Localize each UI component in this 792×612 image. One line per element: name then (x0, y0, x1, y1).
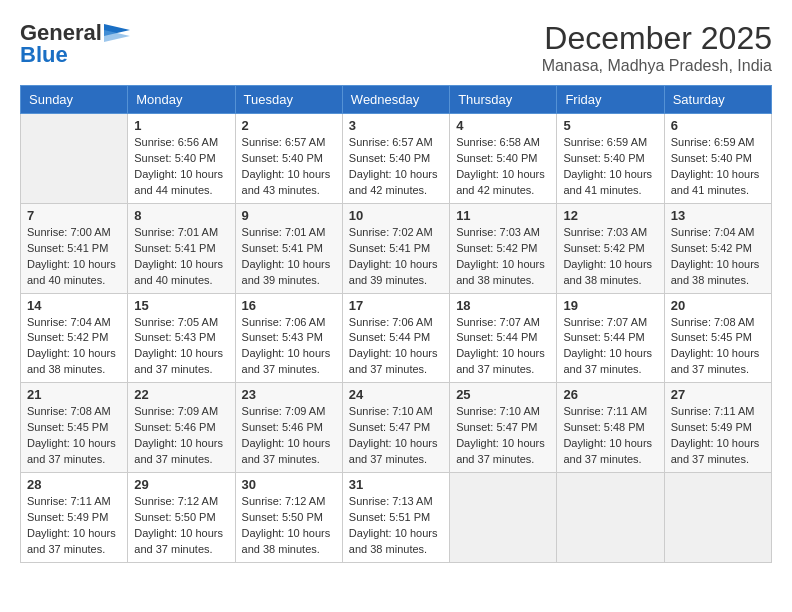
day-number: 16 (242, 298, 336, 313)
day-number: 7 (27, 208, 121, 223)
day-info: Sunrise: 7:03 AM Sunset: 5:42 PM Dayligh… (563, 225, 657, 289)
day-number: 17 (349, 298, 443, 313)
logo-blue: Blue (20, 42, 68, 68)
day-number: 18 (456, 298, 550, 313)
day-number: 29 (134, 477, 228, 492)
day-info: Sunrise: 7:01 AM Sunset: 5:41 PM Dayligh… (242, 225, 336, 289)
day-info: Sunrise: 7:01 AM Sunset: 5:41 PM Dayligh… (134, 225, 228, 289)
day-info: Sunrise: 7:08 AM Sunset: 5:45 PM Dayligh… (671, 315, 765, 379)
day-info: Sunrise: 7:11 AM Sunset: 5:48 PM Dayligh… (563, 404, 657, 468)
day-number: 1 (134, 118, 228, 133)
day-number: 20 (671, 298, 765, 313)
day-info: Sunrise: 7:07 AM Sunset: 5:44 PM Dayligh… (563, 315, 657, 379)
day-info: Sunrise: 7:06 AM Sunset: 5:44 PM Dayligh… (349, 315, 443, 379)
weekday-header-saturday: Saturday (664, 86, 771, 114)
day-number: 9 (242, 208, 336, 223)
day-info: Sunrise: 7:04 AM Sunset: 5:42 PM Dayligh… (671, 225, 765, 289)
day-number: 12 (563, 208, 657, 223)
weekday-header-friday: Friday (557, 86, 664, 114)
page-header: General Blue December 2025 Manasa, Madhy… (20, 20, 772, 75)
day-info: Sunrise: 7:07 AM Sunset: 5:44 PM Dayligh… (456, 315, 550, 379)
calendar-cell: 3Sunrise: 6:57 AM Sunset: 5:40 PM Daylig… (342, 114, 449, 204)
day-number: 30 (242, 477, 336, 492)
calendar-cell: 26Sunrise: 7:11 AM Sunset: 5:48 PM Dayli… (557, 383, 664, 473)
day-number: 23 (242, 387, 336, 402)
calendar-cell (450, 473, 557, 563)
day-number: 31 (349, 477, 443, 492)
calendar-cell: 24Sunrise: 7:10 AM Sunset: 5:47 PM Dayli… (342, 383, 449, 473)
day-info: Sunrise: 7:12 AM Sunset: 5:50 PM Dayligh… (242, 494, 336, 558)
calendar-table: SundayMondayTuesdayWednesdayThursdayFrid… (20, 85, 772, 563)
calendar-cell (664, 473, 771, 563)
location: Manasa, Madhya Pradesh, India (542, 57, 772, 75)
weekday-header-wednesday: Wednesday (342, 86, 449, 114)
day-info: Sunrise: 7:10 AM Sunset: 5:47 PM Dayligh… (349, 404, 443, 468)
day-number: 19 (563, 298, 657, 313)
day-info: Sunrise: 7:03 AM Sunset: 5:42 PM Dayligh… (456, 225, 550, 289)
day-number: 25 (456, 387, 550, 402)
calendar-cell: 7Sunrise: 7:00 AM Sunset: 5:41 PM Daylig… (21, 203, 128, 293)
day-info: Sunrise: 7:09 AM Sunset: 5:46 PM Dayligh… (242, 404, 336, 468)
calendar-cell: 20Sunrise: 7:08 AM Sunset: 5:45 PM Dayli… (664, 293, 771, 383)
day-number: 14 (27, 298, 121, 313)
calendar-cell: 22Sunrise: 7:09 AM Sunset: 5:46 PM Dayli… (128, 383, 235, 473)
weekday-header-row: SundayMondayTuesdayWednesdayThursdayFrid… (21, 86, 772, 114)
day-info: Sunrise: 7:09 AM Sunset: 5:46 PM Dayligh… (134, 404, 228, 468)
calendar-cell: 6Sunrise: 6:59 AM Sunset: 5:40 PM Daylig… (664, 114, 771, 204)
day-number: 3 (349, 118, 443, 133)
calendar-cell (21, 114, 128, 204)
day-number: 22 (134, 387, 228, 402)
calendar-cell: 14Sunrise: 7:04 AM Sunset: 5:42 PM Dayli… (21, 293, 128, 383)
calendar-cell: 17Sunrise: 7:06 AM Sunset: 5:44 PM Dayli… (342, 293, 449, 383)
calendar-cell: 2Sunrise: 6:57 AM Sunset: 5:40 PM Daylig… (235, 114, 342, 204)
calendar-cell: 31Sunrise: 7:13 AM Sunset: 5:51 PM Dayli… (342, 473, 449, 563)
day-info: Sunrise: 7:02 AM Sunset: 5:41 PM Dayligh… (349, 225, 443, 289)
day-number: 28 (27, 477, 121, 492)
day-info: Sunrise: 6:56 AM Sunset: 5:40 PM Dayligh… (134, 135, 228, 199)
day-number: 4 (456, 118, 550, 133)
week-row-4: 21Sunrise: 7:08 AM Sunset: 5:45 PM Dayli… (21, 383, 772, 473)
logo-flag-icon (104, 24, 130, 42)
calendar-cell: 18Sunrise: 7:07 AM Sunset: 5:44 PM Dayli… (450, 293, 557, 383)
calendar-cell: 12Sunrise: 7:03 AM Sunset: 5:42 PM Dayli… (557, 203, 664, 293)
day-number: 2 (242, 118, 336, 133)
day-number: 26 (563, 387, 657, 402)
month-title: December 2025 (542, 20, 772, 57)
calendar-cell: 9Sunrise: 7:01 AM Sunset: 5:41 PM Daylig… (235, 203, 342, 293)
calendar-cell: 29Sunrise: 7:12 AM Sunset: 5:50 PM Dayli… (128, 473, 235, 563)
calendar-cell: 4Sunrise: 6:58 AM Sunset: 5:40 PM Daylig… (450, 114, 557, 204)
weekday-header-sunday: Sunday (21, 86, 128, 114)
calendar-cell: 27Sunrise: 7:11 AM Sunset: 5:49 PM Dayli… (664, 383, 771, 473)
day-info: Sunrise: 7:04 AM Sunset: 5:42 PM Dayligh… (27, 315, 121, 379)
day-info: Sunrise: 7:12 AM Sunset: 5:50 PM Dayligh… (134, 494, 228, 558)
day-number: 13 (671, 208, 765, 223)
weekday-header-monday: Monday (128, 86, 235, 114)
calendar-cell: 30Sunrise: 7:12 AM Sunset: 5:50 PM Dayli… (235, 473, 342, 563)
day-info: Sunrise: 7:11 AM Sunset: 5:49 PM Dayligh… (27, 494, 121, 558)
day-info: Sunrise: 7:10 AM Sunset: 5:47 PM Dayligh… (456, 404, 550, 468)
week-row-3: 14Sunrise: 7:04 AM Sunset: 5:42 PM Dayli… (21, 293, 772, 383)
weekday-header-tuesday: Tuesday (235, 86, 342, 114)
calendar-cell: 28Sunrise: 7:11 AM Sunset: 5:49 PM Dayli… (21, 473, 128, 563)
calendar-cell: 13Sunrise: 7:04 AM Sunset: 5:42 PM Dayli… (664, 203, 771, 293)
day-info: Sunrise: 7:05 AM Sunset: 5:43 PM Dayligh… (134, 315, 228, 379)
day-info: Sunrise: 6:58 AM Sunset: 5:40 PM Dayligh… (456, 135, 550, 199)
calendar-cell: 25Sunrise: 7:10 AM Sunset: 5:47 PM Dayli… (450, 383, 557, 473)
title-area: December 2025 Manasa, Madhya Pradesh, In… (542, 20, 772, 75)
day-info: Sunrise: 7:11 AM Sunset: 5:49 PM Dayligh… (671, 404, 765, 468)
day-number: 24 (349, 387, 443, 402)
day-info: Sunrise: 7:08 AM Sunset: 5:45 PM Dayligh… (27, 404, 121, 468)
calendar-cell: 10Sunrise: 7:02 AM Sunset: 5:41 PM Dayli… (342, 203, 449, 293)
day-info: Sunrise: 6:57 AM Sunset: 5:40 PM Dayligh… (242, 135, 336, 199)
weekday-header-thursday: Thursday (450, 86, 557, 114)
day-number: 10 (349, 208, 443, 223)
day-number: 5 (563, 118, 657, 133)
calendar-cell (557, 473, 664, 563)
calendar-cell: 8Sunrise: 7:01 AM Sunset: 5:41 PM Daylig… (128, 203, 235, 293)
day-number: 8 (134, 208, 228, 223)
day-number: 21 (27, 387, 121, 402)
day-info: Sunrise: 6:57 AM Sunset: 5:40 PM Dayligh… (349, 135, 443, 199)
day-info: Sunrise: 7:06 AM Sunset: 5:43 PM Dayligh… (242, 315, 336, 379)
calendar-cell: 15Sunrise: 7:05 AM Sunset: 5:43 PM Dayli… (128, 293, 235, 383)
day-number: 6 (671, 118, 765, 133)
